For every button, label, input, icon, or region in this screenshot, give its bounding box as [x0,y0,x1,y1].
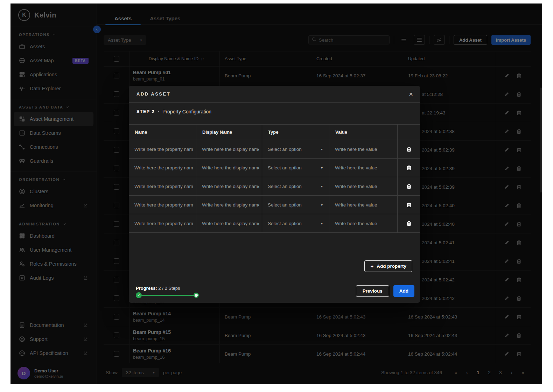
property-value-cell [329,177,397,195]
col-value: Value [329,125,397,140]
property-table-header: Name Display Name Type Value [129,124,420,140]
chevron-down-icon: ▾ [321,184,323,188]
property-actions-cell [397,140,420,158]
property-type-cell: Select an option▾ [262,177,329,195]
step-current-dot [194,293,199,298]
remove-property-trash-icon[interactable] [406,146,412,152]
property-type-cell: Select an option▾ [262,140,329,158]
property-name-input[interactable] [129,177,196,195]
modal-header: ADD ASSET × [129,86,420,103]
property-type-select[interactable]: Select an option▾ [262,221,329,226]
property-name-cell [129,159,196,177]
select-placeholder: Select an option [268,184,302,189]
property-value-cell [329,196,397,214]
property-display-name-input[interactable] [196,214,262,232]
property-type-cell: Select an option▾ [262,196,329,214]
close-icon[interactable]: × [409,91,413,98]
property-display-name-cell [196,177,262,195]
add-asset-modal: ADD ASSET × STEP 2 • Property Configurat… [129,86,420,303]
select-placeholder: Select an option [268,221,302,226]
previous-button[interactable]: Previous [356,285,389,297]
property-type-select[interactable]: Select an option▾ [262,147,329,152]
property-row: Select an option▾ [129,214,420,233]
property-value-input[interactable] [329,177,397,195]
property-display-name-cell [196,196,262,214]
property-name-input[interactable] [129,196,196,214]
property-table: Name Display Name Type Value Select an o… [129,124,420,233]
add-property-label: Add property [377,264,406,269]
property-display-name-cell [196,159,262,177]
select-placeholder: Select an option [268,147,302,152]
modal-actions: Previous Add [356,285,414,297]
progress-line [139,295,196,296]
property-value-cell [329,214,397,232]
remove-property-trash-icon[interactable] [406,183,412,189]
property-display-name-input[interactable] [196,140,262,158]
step-label: STEP 2 [136,109,155,114]
step-separator: • [158,109,159,114]
remove-property-trash-icon[interactable] [406,202,412,208]
property-name-cell [129,196,196,214]
add-property-button[interactable]: + Add property [364,260,412,272]
property-actions-cell [397,159,420,177]
property-name-cell [129,140,196,158]
property-display-name-input[interactable] [196,159,262,177]
property-type-select[interactable]: Select an option▾ [262,184,329,189]
property-value-input[interactable] [329,196,397,214]
property-row: Select an option▾ [129,177,420,196]
select-placeholder: Select an option [268,165,302,170]
property-type-select[interactable]: Select an option▾ [262,202,329,208]
property-value-input[interactable] [329,140,397,158]
property-value-cell [329,159,397,177]
progress-bar: ✓ [136,292,199,298]
property-value-input[interactable] [329,159,397,177]
step-complete-check-icon: ✓ [136,292,142,298]
chevron-down-icon: ▾ [321,166,323,170]
col-type: Type [262,125,329,140]
progress-value: 2 / 2 Steps [158,286,180,291]
property-row: Select an option▾ [129,159,420,177]
app-window: K Kelvin OPERATIONSAssetsAsset MapBETAAp… [10,4,542,384]
chevron-down-icon: ▾ [321,147,323,151]
property-row: Select an option▾ [129,196,420,214]
select-placeholder: Select an option [268,202,302,208]
step-indicator: STEP 2 • Property Configuration [136,109,211,114]
property-name-input[interactable] [129,214,196,232]
property-actions-cell [397,177,420,195]
property-type-select[interactable]: Select an option▾ [262,165,329,170]
col-display-name: Display Name [196,125,262,140]
progress-label: Progress: 2 / 2 Steps [136,286,180,291]
property-name-cell [129,214,196,232]
property-type-cell: Select an option▾ [262,214,329,232]
property-type-cell: Select an option▾ [262,159,329,177]
property-value-input[interactable] [329,214,397,232]
property-name-input[interactable] [129,140,196,158]
property-display-name-input[interactable] [196,196,262,214]
modal-title: ADD ASSET [136,91,170,97]
chevron-down-icon: ▾ [321,203,323,207]
col-actions [397,125,420,140]
property-row: Select an option▾ [129,140,420,159]
add-button[interactable]: Add [393,285,414,297]
remove-property-trash-icon[interactable] [406,220,412,226]
plus-icon: + [370,263,373,269]
col-name: Name [129,125,196,140]
property-display-name-input[interactable] [196,177,262,195]
progress-title: Progress: [136,286,157,291]
remove-property-trash-icon[interactable] [406,165,412,171]
chevron-down-icon: ▾ [321,222,323,225]
property-display-name-cell [196,214,262,232]
property-value-cell [329,140,397,158]
step-name: Property Configuration [162,109,211,114]
property-actions-cell [397,214,420,232]
property-name-input[interactable] [129,159,196,177]
property-display-name-cell [196,140,262,158]
property-actions-cell [397,196,420,214]
property-name-cell [129,177,196,195]
